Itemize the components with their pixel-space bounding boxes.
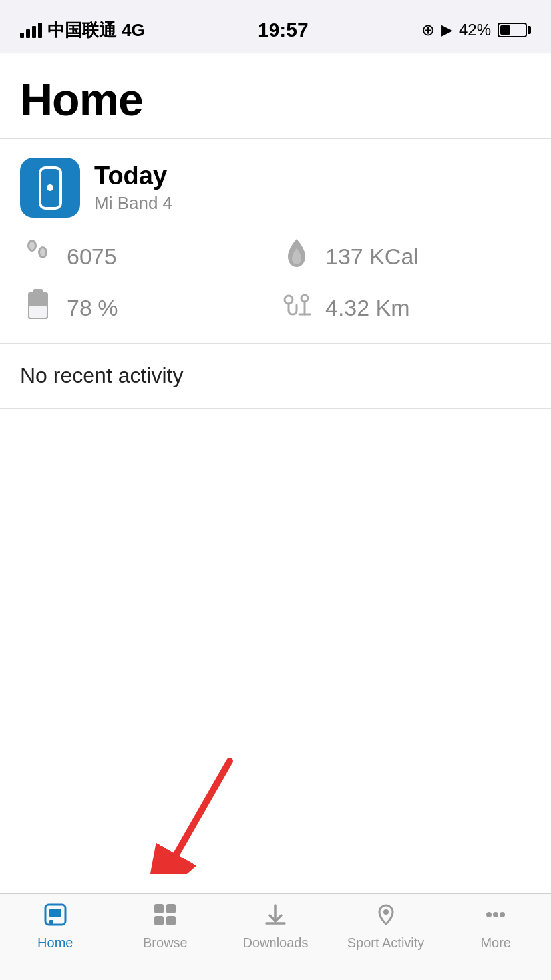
svg-rect-14 [154,904,164,913]
svg-point-20 [493,912,498,917]
device-icon [20,158,80,218]
battery-icon [498,23,531,37]
downloads-tab-label: Downloads [243,935,309,951]
home-tab-label: Home [37,935,73,951]
svg-rect-5 [33,289,43,294]
svg-point-1 [29,242,35,250]
svg-point-21 [500,912,505,917]
more-tab-icon [483,902,508,931]
browse-tab-label: Browse [143,935,188,951]
svg-rect-16 [154,916,164,925]
stat-distance: 4.32 Km [279,288,531,327]
svg-rect-17 [166,916,176,925]
band-icon-inner [39,166,62,210]
device-header: Today Mi Band 4 [20,158,531,218]
svg-point-3 [40,248,45,256]
lock-icon: ⊕ [421,21,435,39]
svg-rect-13 [49,920,53,924]
browse-tab-icon [152,902,178,931]
tab-home[interactable]: Home [0,902,110,951]
band-dot [47,184,53,191]
empty-space [0,409,551,875]
status-right: ⊕ ▶ 42% [421,21,531,39]
calories-icon [279,236,315,276]
svg-point-18 [383,909,389,915]
tab-sport-activity[interactable]: Sport Activity [331,902,441,951]
signal-icon [20,23,42,38]
page-title: Home [20,73,531,125]
stat-calories: 137 KCal [279,236,531,276]
activity-section: No recent activity [0,344,551,409]
svg-rect-15 [166,904,176,913]
tab-bar: Home Browse Downloads [0,893,551,980]
distance-icon [279,289,315,326]
more-tab-label: More [480,935,511,951]
tab-more[interactable]: More [441,902,551,951]
sport-activity-tab-label: Sport Activity [347,935,425,951]
battery-stat-value: 78 % [67,295,118,321]
status-bar: 中国联通 4G 19:57 ⊕ ▶ 42% [0,0,551,53]
location-icon: ▶ [441,21,453,39]
battery-percent: 42% [459,21,491,39]
device-info: Today Mi Band 4 [94,162,172,214]
battery-stat-icon [20,288,56,327]
main-content: Home Today Mi Band 4 [0,53,551,893]
svg-rect-6 [29,306,47,318]
svg-point-7 [285,296,293,304]
tab-browse[interactable]: Browse [110,902,221,951]
device-card: Today Mi Band 4 6075 [0,139,551,344]
no-activity-text: No recent activity [20,364,531,388]
distance-value: 4.32 Km [325,295,410,321]
svg-point-19 [486,912,492,917]
carrier-label: 中国联通 [47,19,116,42]
stat-battery: 78 % [20,288,272,327]
downloads-tab-icon [263,902,288,931]
network-label: 4G [122,20,145,41]
device-day-label: Today [94,162,172,190]
stats-grid: 6075 137 KCal [20,236,531,327]
status-time: 19:57 [258,19,309,41]
status-left: 中国联通 4G [20,19,145,42]
home-tab-icon [43,902,68,931]
page-header: Home [0,53,551,139]
steps-value: 6075 [67,244,117,270]
steps-icon [20,238,56,275]
calories-value: 137 KCal [325,244,419,270]
sport-activity-tab-icon [373,902,399,931]
device-name: Mi Band 4 [94,193,172,214]
svg-rect-12 [49,909,61,917]
tab-downloads[interactable]: Downloads [220,902,331,951]
stat-steps: 6075 [20,236,272,276]
